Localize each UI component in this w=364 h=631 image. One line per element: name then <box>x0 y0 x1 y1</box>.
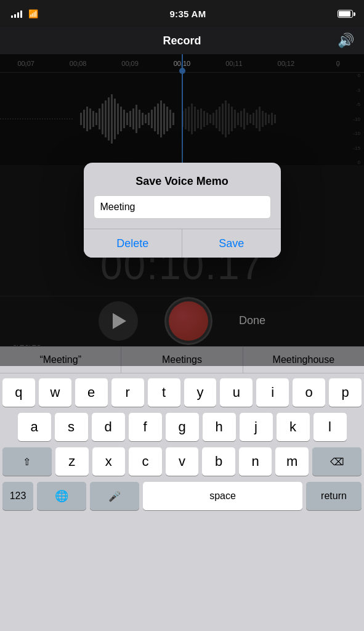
key-z[interactable]: z <box>55 447 89 476</box>
key-g[interactable]: g <box>166 413 199 441</box>
key-w[interactable]: w <box>39 378 71 407</box>
key-o[interactable]: o <box>293 378 325 407</box>
keyboard-row-4: 123 🌐 🎤 space return <box>2 482 362 510</box>
keyboard-row-3: ⇧ z x c v b n m ⌫ <box>2 447 362 476</box>
battery-icon <box>338 10 353 18</box>
speaker-icon[interactable]: 🔊 <box>338 33 354 49</box>
dialog-overlay: Save Voice Memo Delete Save <box>0 54 364 366</box>
keyboard-row-1: q w e r t y u i o p <box>2 378 362 407</box>
space-key[interactable]: space <box>143 482 302 510</box>
status-left: 📶 <box>11 9 38 18</box>
memo-name-input[interactable] <box>94 195 271 219</box>
num-key[interactable]: 123 <box>2 482 33 510</box>
status-right <box>338 10 353 18</box>
key-c[interactable]: c <box>129 447 162 476</box>
return-key[interactable]: return <box>306 482 362 510</box>
page-title: Record <box>163 35 201 47</box>
key-i[interactable]: i <box>256 378 289 407</box>
key-j[interactable]: j <box>240 413 273 441</box>
key-h[interactable]: h <box>203 413 236 441</box>
delete-button[interactable]: Delete <box>84 229 183 258</box>
key-d[interactable]: d <box>92 413 125 441</box>
globe-key[interactable]: 🌐 <box>37 482 86 510</box>
key-q[interactable]: q <box>2 378 35 407</box>
key-u[interactable]: u <box>220 378 253 407</box>
key-r[interactable]: r <box>111 378 144 407</box>
key-n[interactable]: n <box>239 447 272 476</box>
wifi-icon: 📶 <box>28 9 38 18</box>
status-bar: 📶 9:35 AM <box>0 0 364 27</box>
key-m[interactable]: m <box>275 447 309 476</box>
signal-bars-icon <box>11 9 22 18</box>
key-e[interactable]: e <box>75 378 108 407</box>
key-x[interactable]: x <box>92 447 126 476</box>
dialog-title: Save Voice Memo <box>84 163 281 195</box>
key-b[interactable]: b <box>202 447 235 476</box>
keyboard-row-2: a s d f g h j k l <box>2 413 362 441</box>
key-f[interactable]: f <box>129 413 162 441</box>
shift-key[interactable]: ⇧ <box>2 447 52 476</box>
key-y[interactable]: y <box>184 378 217 407</box>
key-v[interactable]: v <box>166 447 199 476</box>
key-l[interactable]: l <box>313 413 347 441</box>
status-time: 9:35 AM <box>169 9 206 19</box>
delete-key[interactable]: ⌫ <box>312 447 362 476</box>
save-button[interactable]: Save <box>182 229 281 258</box>
dialog-input-wrap <box>84 195 281 229</box>
keyboard: q w e r t y u i o p a s d f g h j k l ⇧ … <box>0 373 364 631</box>
dialog-buttons: Delete Save <box>84 229 281 258</box>
key-s[interactable]: s <box>55 413 88 441</box>
mic-key[interactable]: 🎤 <box>90 482 139 510</box>
key-a[interactable]: a <box>18 413 51 441</box>
key-k[interactable]: k <box>277 413 310 441</box>
key-p[interactable]: p <box>329 378 362 407</box>
top-bar: Record 🔊 <box>0 27 364 54</box>
key-t[interactable]: t <box>148 378 180 407</box>
save-voice-memo-dialog: Save Voice Memo Delete Save <box>84 163 281 258</box>
